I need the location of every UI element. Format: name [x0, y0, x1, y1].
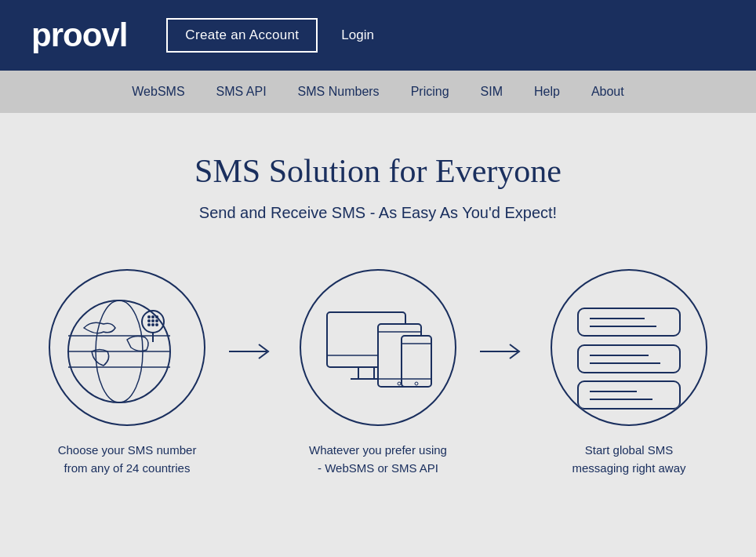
svg-rect-34 [578, 345, 680, 373]
nav-item-pricing[interactable]: Pricing [411, 85, 449, 99]
messages-icon [551, 269, 707, 426]
hero-title: SMS Solution for Everyone [31, 152, 725, 190]
svg-point-14 [155, 323, 158, 326]
feature-label-3: Start global SMS messaging right away [558, 442, 700, 477]
create-account-button[interactable]: Create an Account [166, 18, 318, 53]
feature-label-2: Whatever you prefer using - WebSMS or SM… [307, 442, 449, 477]
arrow-1 [229, 340, 276, 406]
svg-point-11 [155, 319, 158, 322]
nav-item-websms[interactable]: WebSMS [132, 85, 184, 99]
nav-item-sim[interactable]: SIM [481, 85, 503, 99]
svg-point-6 [147, 315, 151, 319]
svg-rect-31 [578, 308, 680, 336]
nav-item-help[interactable]: Help [534, 85, 560, 99]
globe-sms-icon [49, 269, 205, 426]
feature-block-1: Choose your SMS number from any of 24 co… [33, 269, 221, 477]
svg-point-10 [151, 319, 154, 322]
login-button[interactable]: Login [341, 27, 374, 43]
navigation: WebSMS SMS API SMS Numbers Pricing SIM H… [0, 71, 756, 113]
features-row: Choose your SMS number from any of 24 co… [31, 269, 725, 477]
feature-block-3: Start global SMS messaging right away [535, 269, 723, 477]
main-content: SMS Solution for Everyone Send and Recei… [0, 113, 756, 548]
nav-item-about[interactable]: About [591, 85, 624, 99]
logo: proovl [31, 16, 127, 54]
feature-label-1: Choose your SMS number from any of 24 co… [56, 442, 198, 477]
hero-subtitle: Send and Receive SMS - As Easy As You'd … [31, 204, 725, 222]
svg-point-13 [151, 323, 154, 326]
devices-icon [300, 269, 456, 426]
nav-item-smsnumbers[interactable]: SMS Numbers [298, 85, 380, 99]
svg-point-8 [155, 315, 158, 319]
svg-point-12 [147, 323, 151, 326]
svg-point-7 [151, 315, 154, 319]
feature-block-2: Whatever you prefer using - WebSMS or SM… [284, 269, 472, 477]
arrow-2 [480, 340, 527, 406]
header: proovl Create an Account Login [0, 0, 756, 71]
svg-rect-37 [578, 381, 680, 409]
svg-point-9 [147, 319, 151, 322]
nav-item-smsapi[interactable]: SMS API [216, 85, 267, 99]
